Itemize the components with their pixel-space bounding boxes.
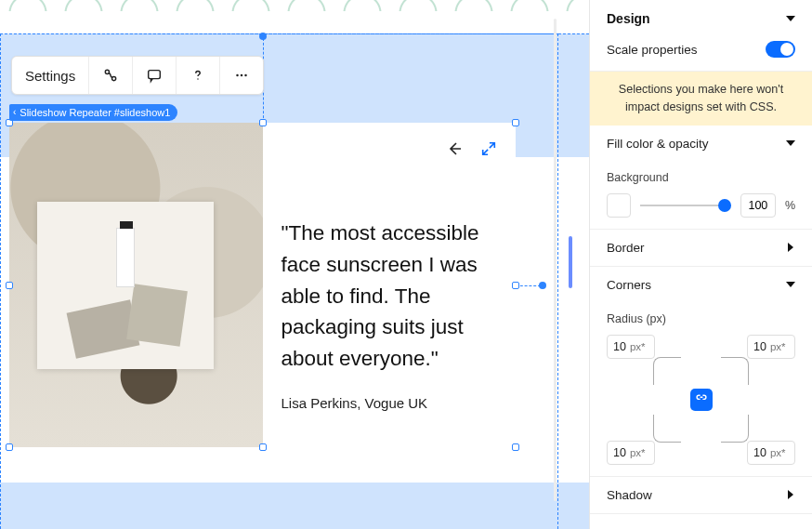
product-thumbnail (37, 202, 214, 369)
handle-mb[interactable] (259, 443, 267, 451)
slide-card[interactable]: "The most accessible face sunscreen I wa… (9, 123, 516, 447)
svg-point-6 (244, 74, 247, 77)
quote-text[interactable]: "The most accessible face sunscreen I wa… (282, 218, 498, 375)
anchor-right[interactable] (539, 282, 546, 289)
animation-icon (102, 67, 119, 84)
scale-label: Scale properties (607, 43, 698, 57)
border-title: Border (607, 241, 645, 255)
animation-button[interactable] (89, 57, 133, 94)
link-corners-button[interactable] (690, 389, 713, 411)
caret-down-icon (786, 140, 795, 146)
help-button[interactable] (177, 57, 220, 94)
chevron-left-icon: ‹ (13, 108, 16, 117)
fill-section-header[interactable]: Fill color & opacity (590, 126, 812, 162)
handle-tr[interactable] (512, 119, 519, 126)
corners-title: Corners (607, 278, 651, 292)
opacity-unit: % (785, 199, 795, 212)
svg-rect-2 (149, 71, 161, 79)
design-title: Design (607, 11, 650, 26)
svg-point-3 (197, 78, 198, 79)
radius-input-br[interactable]: 10px* (747, 441, 795, 465)
floating-toolbar: Settings (11, 56, 264, 95)
svg-point-5 (241, 74, 243, 77)
canvas-scrollbar[interactable] (551, 0, 560, 529)
handle-br[interactable] (512, 443, 519, 451)
breadcrumb-label: Slideshow Repeater #slideshow1 (20, 107, 170, 118)
caret-down-icon (786, 16, 795, 21)
more-button[interactable] (220, 57, 263, 94)
byline-text[interactable]: Lisa Perkins, Vogue UK (282, 395, 498, 411)
panel-resize-indicator[interactable] (569, 236, 572, 288)
guide-right (516, 285, 541, 286)
radius-input-bl[interactable]: 10px* (607, 441, 655, 465)
background-label: Background (607, 171, 795, 184)
comment-icon (146, 67, 163, 84)
radius-controls: 10px* 10px* 10px* 10px* (607, 335, 795, 465)
breadcrumb[interactable]: ‹ Slideshow Repeater #slideshow1 (9, 104, 177, 121)
scale-toggle[interactable] (766, 41, 795, 58)
arrow-left-icon[interactable] (445, 139, 464, 162)
canvas[interactable]: Settings ‹ (0, 0, 589, 529)
caret-right-icon (788, 490, 793, 499)
border-section-header[interactable]: Border (590, 230, 812, 266)
help-icon (190, 67, 206, 84)
slider-knob[interactable] (718, 199, 731, 212)
slide-text-area: "The most accessible face sunscreen I wa… (263, 123, 517, 447)
comment-button[interactable] (133, 57, 177, 94)
anchor-top[interactable] (259, 33, 267, 40)
expand-icon[interactable] (480, 140, 497, 161)
radius-label: Radius (px) (607, 312, 795, 325)
radius-preview (653, 357, 749, 443)
settings-button[interactable]: Settings (12, 57, 89, 94)
more-icon (233, 67, 250, 84)
caret-right-icon (788, 243, 793, 252)
radius-input-tl[interactable]: 10px* (607, 335, 655, 359)
handle-mr[interactable] (512, 282, 519, 289)
fill-title: Fill color & opacity (607, 137, 709, 151)
handle-ml[interactable] (6, 282, 13, 289)
background-color-swatch[interactable] (607, 193, 631, 218)
slide-image (9, 123, 263, 447)
shadow-section-header[interactable]: Shadow (590, 477, 812, 513)
design-panel: Design Scale properties Selections you m… (589, 0, 812, 529)
corners-section-header[interactable]: Corners (590, 267, 812, 303)
selection-frame[interactable]: "The most accessible face sunscreen I wa… (9, 123, 516, 447)
page-decoration (0, 0, 589, 24)
design-section-header[interactable]: Design (590, 0, 812, 37)
shadow-title: Shadow (607, 488, 652, 502)
handle-bl[interactable] (6, 443, 13, 451)
opacity-slider[interactable] (640, 196, 731, 215)
svg-point-4 (236, 74, 239, 77)
link-icon (695, 391, 708, 408)
caret-down-icon (786, 282, 795, 287)
opacity-input[interactable]: 100 (740, 193, 776, 218)
radius-input-tr[interactable]: 10px* (747, 335, 795, 359)
handle-mt[interactable] (259, 119, 267, 126)
css-note: Selections you make here won't impact de… (590, 72, 812, 126)
